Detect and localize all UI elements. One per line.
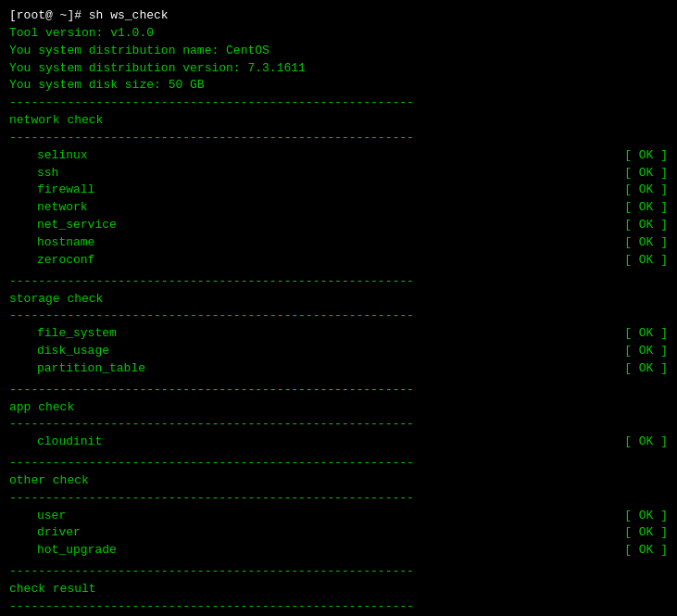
prompt-text: [root@ ~]# sh ws_check [9, 8, 169, 22]
divider-4: ----------------------------------------… [9, 455, 668, 472]
network-check-header: network check [9, 112, 668, 130]
divider-5: ----------------------------------------… [9, 563, 668, 581]
other-check-section: other check ----------------------------… [9, 472, 668, 559]
app-check-header: app check [9, 399, 668, 417]
terminal-window: [root@ ~]# sh ws_check Tool version: v1.… [9, 7, 668, 616]
divider-storage: ----------------------------------------… [9, 308, 668, 325]
check-item-partition-table: partition_table [ OK ] [9, 360, 668, 378]
check-item-disk-usage: disk_usage [ OK ] [9, 343, 668, 360]
divider-3: ----------------------------------------… [9, 382, 668, 399]
network-check-section: network check --------------------------… [9, 112, 668, 270]
dist-name-line: You system distribution name: CentOS [9, 43, 668, 60]
check-item-hostname: hostname [ OK ] [9, 234, 668, 252]
check-item-filesystem: file_system [ OK ] [9, 325, 668, 343]
divider-result: ----------------------------------------… [9, 598, 668, 616]
check-item-network: network [ OK ] [9, 199, 668, 217]
check-item-hot-upgrade: hot_upgrade [ OK ] [9, 542, 668, 559]
divider-app: ----------------------------------------… [9, 416, 668, 434]
divider-other: ----------------------------------------… [9, 490, 668, 508]
divider-1: ----------------------------------------… [9, 94, 668, 112]
disk-size-line: You system disk size: 50 GB [9, 77, 668, 94]
check-item-user: user [ OK ] [9, 508, 668, 525]
check-item-ssh: ssh [ OK ] [9, 165, 668, 182]
prompt-line: [root@ ~]# sh ws_check [9, 7, 668, 25]
storage-check-header: storage check [9, 291, 668, 308]
divider-2: ----------------------------------------… [9, 273, 668, 291]
storage-check-section: storage check --------------------------… [9, 291, 668, 378]
app-check-section: app check ------------------------------… [9, 399, 668, 452]
tool-version-line: Tool version: v1.0.0 [9, 25, 668, 43]
check-item-cloudinit: cloudinit [ OK ] [9, 434, 668, 451]
check-result-header: check result [9, 581, 668, 598]
check-item-net-service: net_service [ OK ] [9, 217, 668, 234]
check-item-zeroconf: zeroconf [ OK ] [9, 252, 668, 270]
dist-version-line: You system distribution version: 7.3.161… [9, 60, 668, 78]
other-check-header: other check [9, 472, 668, 490]
check-result-section: check result ---------------------------… [9, 581, 668, 616]
check-item-driver: driver [ OK ] [9, 524, 668, 542]
check-item-firewall: firewall [ OK ] [9, 182, 668, 199]
divider-network: ----------------------------------------… [9, 130, 668, 147]
check-item-selinux: selinux [ OK ] [9, 147, 668, 165]
